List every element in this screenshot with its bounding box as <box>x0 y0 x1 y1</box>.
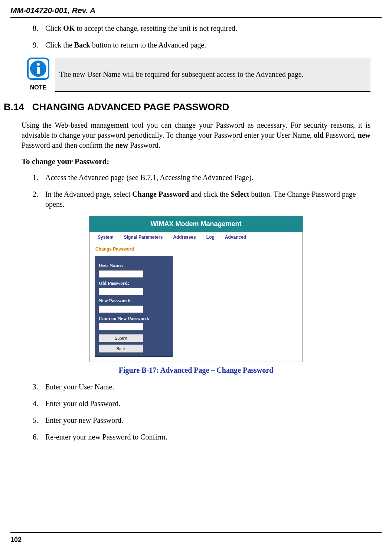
label-old-password: Old Password: <box>99 280 169 287</box>
intro-bold: old <box>314 131 324 139</box>
step-text-bold: Change Password <box>132 190 189 198</box>
step-text-pre: Click the <box>45 41 74 49</box>
step-text-post: to accept the change, resetting the unit… <box>75 24 237 32</box>
intro-paragraph: Using the Web-based management tool you … <box>22 120 370 150</box>
step-8: 8. Click OK to accept the change, resett… <box>33 23 370 33</box>
step-text-pre: In the Advanced page, select <box>45 190 132 198</box>
step-4: 4. Enter your old Password. <box>33 399 370 409</box>
section-title: CHANGING ADVANCED PAGE PASSWORD <box>32 101 229 112</box>
step-text: Access the Advanced page (see B.7.1, Acc… <box>45 173 253 182</box>
step-6: 6. Re-enter your new Password to Confirm… <box>33 432 370 442</box>
note-icon-cell: NOTE <box>22 57 55 92</box>
section-number: B.14 <box>4 101 24 112</box>
wimax-tabs: System Signal Parameters Addresses Log A… <box>89 232 303 240</box>
step-number: 9. <box>33 40 38 50</box>
tab-signal-parameters[interactable]: Signal Parameters <box>124 234 163 240</box>
footer-rule <box>10 532 382 533</box>
subheading: To change your Password: <box>22 156 370 167</box>
intro-text: Password. <box>128 141 160 149</box>
intro-bold: new <box>358 131 370 139</box>
step-number: 5. <box>33 415 38 425</box>
step-5: 5. Enter your new Password. <box>33 415 370 425</box>
label-user-name: User Name: <box>99 262 169 269</box>
step-text-pre: Click <box>45 24 63 32</box>
page-footer: 102 <box>10 532 382 545</box>
wimax-page-title: Change Password <box>95 246 297 252</box>
label-new-password: New Password: <box>99 297 169 304</box>
info-icon <box>27 57 50 80</box>
user-name-input[interactable] <box>99 270 143 278</box>
wimax-title: WiMAX Modem Management <box>89 216 303 232</box>
note-label: NOTE <box>22 84 55 92</box>
step-number: 6. <box>33 432 38 442</box>
step-number: 4. <box>33 399 38 409</box>
step-text-post: button to return to the Advanced page. <box>90 41 206 49</box>
intro-text: Password, <box>324 131 358 139</box>
step-number: 2. <box>33 189 38 199</box>
intro-text: Password and then confirm the <box>22 141 115 149</box>
confirm-password-input[interactable] <box>99 323 143 330</box>
intro-bold: new <box>115 141 128 149</box>
old-password-input[interactable] <box>99 288 143 295</box>
submit-button[interactable]: Submit <box>99 334 143 342</box>
steps-list-top: 8. Click OK to accept the change, resett… <box>22 23 370 50</box>
step-3: 3. Enter your User Name. <box>33 382 370 392</box>
section-heading: B.14 CHANGING ADVANCED PAGE PASSWORD <box>4 101 370 114</box>
note-block: NOTE The new User Name will be required … <box>22 57 370 92</box>
steps-list-bottom: 3. Enter your User Name. 4. Enter your o… <box>22 382 370 442</box>
step-text: Re-enter your new Password to Confirm. <box>45 433 167 441</box>
svg-rect-3 <box>37 67 40 74</box>
step-text: Enter your old Password. <box>45 399 120 408</box>
svg-point-2 <box>37 63 40 66</box>
step-1: 1. Access the Advanced page (see B.7.1, … <box>33 173 370 183</box>
step-2: 2. In the Advanced page, select Change P… <box>33 189 370 209</box>
page-number: 102 <box>10 536 22 543</box>
step-text: Enter your User Name. <box>45 383 114 391</box>
step-number: 8. <box>33 23 38 33</box>
wimax-panel: WiMAX Modem Management System Signal Par… <box>89 216 303 362</box>
tab-system[interactable]: System <box>98 234 114 240</box>
step-text-bold: OK <box>63 24 75 32</box>
step-number: 3. <box>33 382 38 392</box>
note-text: The new User Name will be required for s… <box>55 57 370 92</box>
tab-advanced[interactable]: Advanced <box>225 234 246 240</box>
step-text-bold: Back <box>74 41 90 49</box>
new-password-input[interactable] <box>99 306 143 313</box>
back-button[interactable]: Back <box>99 344 143 353</box>
doc-header: MM-014720-001, Rev. A <box>0 0 392 17</box>
figure-caption: Figure B-17: Advanced Page – Change Pass… <box>22 365 370 375</box>
step-9: 9. Click the Back button to return to th… <box>33 40 370 50</box>
step-text: Enter your new Password. <box>45 416 123 424</box>
doc-id: MM-014720-001, Rev. A <box>10 6 95 14</box>
tab-log[interactable]: Log <box>206 234 215 240</box>
header-rule <box>10 17 382 18</box>
steps-list-mid: 1. Access the Advanced page (see B.7.1, … <box>22 173 370 209</box>
label-confirm-password: Confirm New Password: <box>99 315 169 322</box>
tab-addresses[interactable]: Addresses <box>173 234 196 240</box>
wimax-form: User Name: Old Password: New Password: C… <box>95 256 173 357</box>
step-number: 1. <box>33 173 38 183</box>
step-text-mid: and click the <box>189 190 231 198</box>
step-text-bold: Select <box>231 190 249 198</box>
wimax-content: Change Password User Name: Old Password:… <box>89 240 303 360</box>
